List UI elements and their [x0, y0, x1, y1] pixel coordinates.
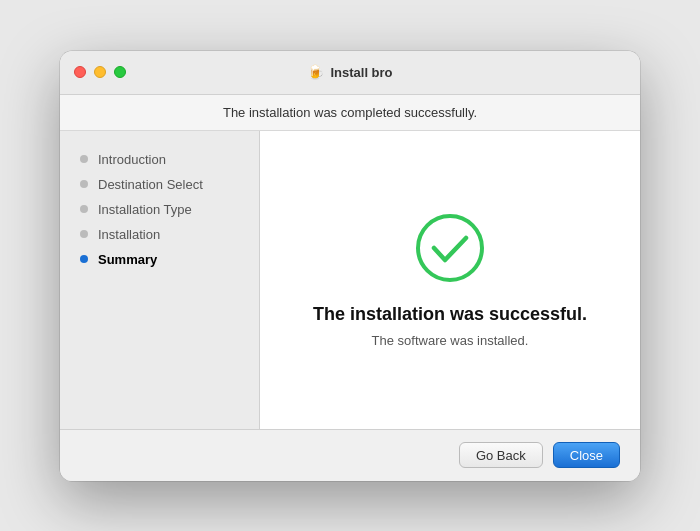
footer: Go Back Close [60, 429, 640, 481]
sidebar-item-installation[interactable]: Installation [60, 222, 259, 247]
titlebar: 🍺 Install bro [60, 51, 640, 95]
sidebar-label-destination: Destination Select [98, 177, 203, 192]
sidebar-item-introduction[interactable]: Introduction [60, 147, 259, 172]
success-title: The installation was successful. [313, 304, 587, 325]
title-emoji: 🍺 [307, 64, 324, 80]
sidebar-item-destination-select[interactable]: Destination Select [60, 172, 259, 197]
sidebar-label-installation-type: Installation Type [98, 202, 192, 217]
sidebar-dot-introduction [80, 155, 88, 163]
sidebar-label-installation: Installation [98, 227, 160, 242]
go-back-button[interactable]: Go Back [459, 442, 543, 468]
status-text: The installation was completed successfu… [223, 105, 477, 120]
installer-window: 🍺 Install bro The installation was compl… [60, 51, 640, 481]
sidebar-item-installation-type[interactable]: Installation Type [60, 197, 259, 222]
window-title: 🍺 Install bro [307, 64, 392, 80]
sidebar-item-summary[interactable]: Summary [60, 247, 259, 272]
minimize-traffic-light[interactable] [94, 66, 106, 78]
traffic-lights [74, 66, 126, 78]
title-label: Install bro [330, 65, 392, 80]
sidebar-dot-summary [80, 255, 88, 263]
sidebar-dot-installation [80, 230, 88, 238]
sidebar-label-introduction: Introduction [98, 152, 166, 167]
svg-point-0 [418, 216, 482, 280]
main-content: The installation was successful. The sof… [260, 131, 640, 429]
close-traffic-light[interactable] [74, 66, 86, 78]
success-subtitle: The software was installed. [372, 333, 529, 348]
status-bar: The installation was completed successfu… [60, 95, 640, 131]
maximize-traffic-light[interactable] [114, 66, 126, 78]
sidebar-label-summary: Summary [98, 252, 157, 267]
close-button[interactable]: Close [553, 442, 620, 468]
success-icon [414, 212, 486, 284]
sidebar: Introduction Destination Select Installa… [60, 131, 260, 429]
content-area: Introduction Destination Select Installa… [60, 131, 640, 429]
sidebar-dot-destination [80, 180, 88, 188]
sidebar-dot-installation-type [80, 205, 88, 213]
